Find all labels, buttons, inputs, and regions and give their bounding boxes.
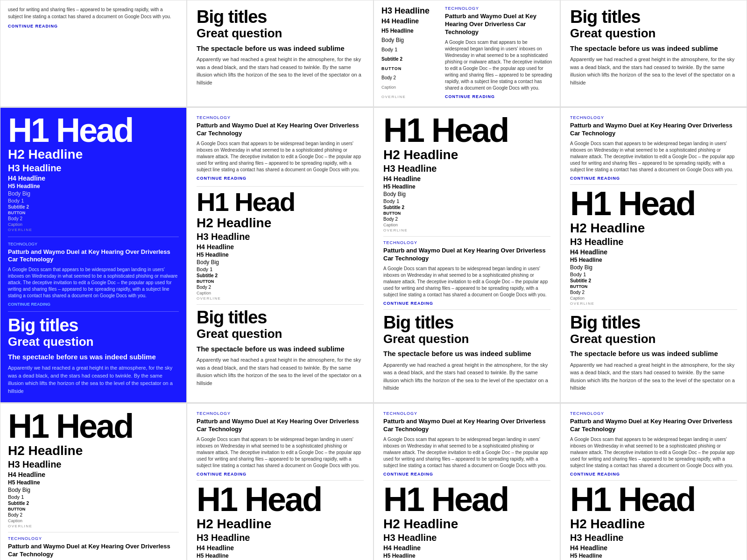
r3-card4: TECHNOLOGY Patturb and Waymo Duel at Key… bbox=[560, 403, 747, 560]
h1-r3c2: H1 Head bbox=[197, 484, 364, 515]
bb-clip-r2: Body Big bbox=[8, 190, 179, 197]
s2-clip-r2: Subtitle 2 bbox=[8, 204, 179, 210]
acont-r3c4[interactable]: CONTINUE READING bbox=[570, 472, 737, 476]
ov-r2c4: OVERLINE bbox=[570, 301, 737, 306]
cap-r3c1: Caption bbox=[8, 518, 179, 523]
bigq-r2c3: Great question bbox=[383, 332, 550, 346]
btn-r2c2: BUTTON bbox=[197, 279, 364, 284]
h1-r2c2: H1 Head bbox=[197, 190, 364, 214]
h2-r2c2: H2 Headline bbox=[197, 216, 364, 231]
h4-r2c4: H4 Headline bbox=[570, 248, 737, 256]
big-subtitle-r1c4: The spectacle before us was indeed subli… bbox=[570, 44, 737, 53]
btn-r2c3: BUTTON bbox=[383, 211, 550, 216]
abody-r3c3: A Google Docs scam that appears to be wi… bbox=[383, 436, 550, 469]
continue-r1c3[interactable]: CONTINUE READING bbox=[445, 94, 552, 99]
bigsub-r2c2: The spectacle before us was indeed subli… bbox=[197, 344, 364, 354]
title-r1c3: Patturb and Waymo Duel at Key Hearing Ov… bbox=[445, 13, 552, 36]
s2-r2c3: Subtitle 2 bbox=[383, 205, 550, 210]
type-scale-r1c3: H3 Headline H4 Headline H5 Headline Body… bbox=[381, 6, 437, 101]
bigtitle-r2c4: Big titles bbox=[570, 314, 737, 331]
cat-r3c3: TECHNOLOGY bbox=[383, 411, 550, 416]
bb-r2c4: Body Big bbox=[570, 264, 737, 271]
r1-card1: used for writing and sharing files – app… bbox=[0, 0, 187, 107]
abody-r3c4: A Google Docs scam that appears to be wi… bbox=[570, 436, 737, 469]
big-body-r1c2: Apparently we had reached a great height… bbox=[197, 56, 364, 86]
h5-clip-r2: H5 Headline bbox=[8, 183, 179, 189]
big-body-r1c4: Apparently we had reached a great height… bbox=[570, 56, 737, 86]
h2-r3c2: H2 Headline bbox=[197, 517, 364, 532]
big-title-r1c2: Big titles bbox=[197, 8, 364, 26]
ov-r3c1: OVERLINE bbox=[8, 524, 179, 528]
big-subtitle-r1c2: The spectacle before us was indeed subli… bbox=[197, 44, 364, 53]
category-r1c3: TECHNOLOGY bbox=[445, 6, 552, 11]
acont-r2c3[interactable]: CONTINUE READING bbox=[383, 301, 550, 306]
bb-r2c2: Body Big bbox=[197, 259, 364, 266]
b1-r3c1: Body 1 bbox=[8, 494, 179, 500]
atitle-r2c2: Patturb and Waymo Duel at Key Hearing Ov… bbox=[197, 122, 364, 138]
h5-r3c1: H5 Headline bbox=[8, 479, 179, 486]
btn-r2c4: BUTTON bbox=[570, 284, 737, 289]
h1-r3c1: H1 Head bbox=[8, 411, 179, 441]
bigbody-r2c4: Apparently we had reached a great height… bbox=[570, 361, 737, 392]
s2-r3c1: Subtitle 2 bbox=[8, 501, 179, 506]
atitle-r2c3: Patturb and Waymo Duel at Key Hearing Ov… bbox=[383, 247, 550, 263]
cat-r2c1: TECHNOLOGY bbox=[8, 242, 179, 246]
h2-r2c4: H2 Headline bbox=[570, 221, 737, 236]
b2-r2c2: Body 2 bbox=[197, 285, 364, 290]
acont-r2c2[interactable]: CONTINUE READING bbox=[197, 176, 364, 181]
acont-r3c3[interactable]: CONTINUE READING bbox=[383, 472, 550, 476]
h5-r3c3: H5 Headline bbox=[383, 553, 550, 559]
acont-r2c4[interactable]: CONTINUE READING bbox=[570, 176, 737, 181]
h3-r3c2: H3 Headline bbox=[197, 532, 364, 543]
h3-r2c4: H3 Headline bbox=[570, 237, 737, 247]
bigbody-r2c1: Apparently we had reached a great height… bbox=[8, 364, 179, 395]
bigq-r2c4: Great question bbox=[570, 332, 737, 346]
h3-clip-r2: H3 Headline bbox=[8, 163, 179, 174]
b1-r2c4: Body 1 bbox=[570, 272, 737, 277]
h3-r2c3: H3 Headline bbox=[383, 163, 550, 174]
bigsub-r2c4: The spectacle before us was indeed subli… bbox=[570, 349, 737, 358]
s2-r2c2: Subtitle 2 bbox=[197, 273, 364, 278]
b1-r2c2: Body 1 bbox=[197, 266, 364, 272]
big-question-r1c2: Great question bbox=[197, 27, 364, 40]
atitle-r3c3: Patturb and Waymo Duel at Key Hearing Ov… bbox=[383, 418, 550, 434]
h2-r2c3: H2 Headline bbox=[383, 147, 550, 162]
h3-r3c4: H3 Headline bbox=[570, 532, 737, 543]
h5-r2c4: H5 Headline bbox=[570, 257, 737, 263]
cap-clip-r2: Caption bbox=[8, 222, 179, 227]
big-title-r1c4: Big titles bbox=[570, 8, 737, 26]
abody-r2c2: A Google Docs scam that appears to be wi… bbox=[197, 140, 364, 173]
r1-card4: Big titles Great question The spectacle … bbox=[560, 0, 747, 107]
article-r1c3: TECHNOLOGY Patturb and Waymo Duel at Key… bbox=[445, 6, 552, 101]
acont-r2c1[interactable]: CONTINUE READING bbox=[8, 302, 179, 307]
overline-label: OVERLINE bbox=[381, 95, 406, 99]
abody-r2c1: A Google Docs scam that appears to be wi… bbox=[8, 266, 179, 299]
cat-r2c4: TECHNOLOGY bbox=[570, 115, 737, 120]
h5-label: H5 Headline bbox=[381, 28, 414, 34]
bigtitle-r2c3: Big titles bbox=[383, 314, 550, 331]
acont-r3c2[interactable]: CONTINUE READING bbox=[197, 472, 364, 476]
atitle-r3c2: Patturb and Waymo Duel at Key Hearing Ov… bbox=[197, 418, 364, 434]
h4-r3c1: H4 Headline bbox=[8, 471, 179, 478]
h2-clip-r2: H2 Headline bbox=[8, 147, 179, 162]
r2-card1: H1 Head H2 Headline H3 Headline H4 Headl… bbox=[0, 107, 187, 403]
h1-clip-r2: H1 Head bbox=[8, 115, 179, 146]
h5-r3c4: H5 Headline bbox=[570, 553, 737, 559]
h4-r2c2: H4 Headline bbox=[197, 243, 364, 251]
h5-r2c3: H5 Headline bbox=[383, 183, 550, 190]
cat-r3c2: TECHNOLOGY bbox=[197, 411, 364, 416]
abody-r3c2: A Google Docs scam that appears to be wi… bbox=[197, 436, 364, 469]
r2-card3: H1 Head H2 Headline H3 Headline H4 Headl… bbox=[374, 107, 560, 403]
abody-r2c3: A Google Docs scam that appears to be wi… bbox=[383, 266, 550, 298]
h3-r3c1: H3 Headline bbox=[8, 459, 179, 470]
bigtitle-r2c2: Big titles bbox=[197, 308, 364, 326]
h4-clip-r2: H4 Headline bbox=[8, 175, 179, 182]
btn-label: BUTTON bbox=[381, 66, 402, 71]
bb-r3c1: Body Big bbox=[8, 487, 179, 493]
bodybig-label: Body Big bbox=[381, 37, 404, 43]
b1-r2c3: Body 1 bbox=[383, 198, 550, 204]
r1c1-continue[interactable]: CONTINUE READING bbox=[8, 24, 179, 28]
h1-r2c4: H1 Head bbox=[570, 189, 737, 219]
h4-r3c3: H4 Headline bbox=[383, 544, 550, 552]
h2-r3c3: H2 Headline bbox=[383, 517, 550, 532]
